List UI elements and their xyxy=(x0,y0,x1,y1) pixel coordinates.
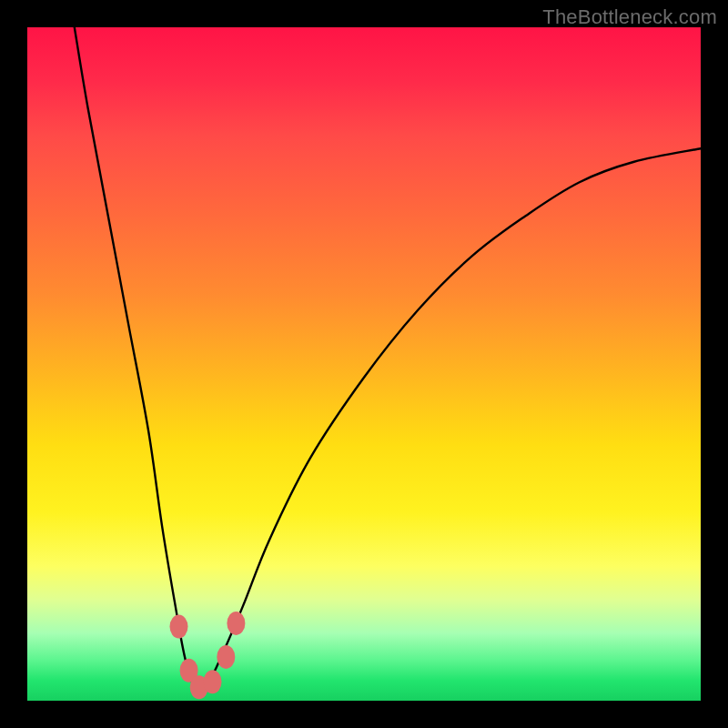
plot-area xyxy=(27,27,701,701)
chart-svg xyxy=(27,27,701,701)
marker-right-low xyxy=(217,645,235,669)
marker-left-top xyxy=(170,615,188,639)
chart-frame: TheBottleneck.com xyxy=(0,0,728,728)
marker-bottom-2 xyxy=(204,670,222,693)
marker-right-top xyxy=(227,612,245,635)
marker-group xyxy=(170,612,246,699)
bottleneck-curve xyxy=(75,27,701,689)
watermark-text: TheBottleneck.com xyxy=(542,5,717,29)
